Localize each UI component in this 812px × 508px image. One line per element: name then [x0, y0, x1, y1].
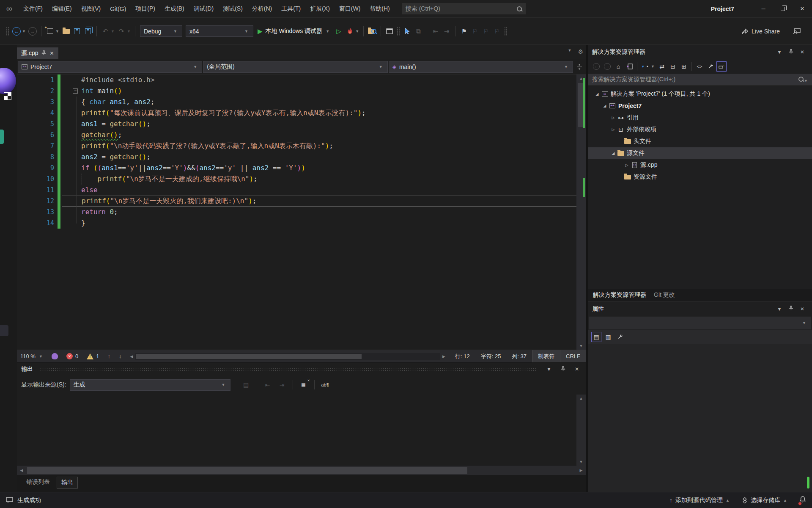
show-all-files-icon[interactable]: ⊞ — [679, 61, 689, 72]
menu-edit[interactable]: 编辑(E) — [47, 0, 77, 17]
properties-wrench-icon[interactable] — [615, 332, 625, 342]
save-button[interactable] — [72, 26, 82, 37]
scroll-right-icon[interactable]: ▶ — [440, 354, 448, 359]
toggle-bookmark-button[interactable]: ⚑ — [459, 26, 469, 37]
tree-item-header-files[interactable]: 头文件 — [588, 135, 812, 147]
menu-view[interactable]: 视图(V) — [77, 0, 106, 17]
redo-dropdown[interactable]: ▼ — [127, 29, 132, 33]
start-debugging-dropdown[interactable]: ▼ — [326, 29, 331, 33]
tree-item-project[interactable]: ◢ ++ Project7 — [588, 100, 812, 112]
close-button[interactable]: ✕ — [793, 0, 812, 17]
pin-icon[interactable] — [785, 306, 797, 312]
tab-output[interactable]: 输出 — [57, 477, 78, 489]
new-project-dropdown[interactable]: ▼ — [55, 29, 60, 33]
change-tracking-margin[interactable]: − — [54, 86, 81, 97]
chevron-collapsed-icon[interactable]: ▷ — [610, 116, 617, 120]
solution-platform-select[interactable]: x64▼ — [186, 25, 253, 37]
menu-project[interactable]: 项目(P) — [131, 0, 160, 17]
scope-dropdown[interactable]: (全局范围)▼ — [203, 61, 387, 73]
menu-extensions[interactable]: 扩展(X) — [305, 0, 335, 17]
tab-solution-explorer[interactable]: 解决方案资源管理器 — [593, 291, 646, 299]
tab-error-list[interactable]: 错误列表 — [22, 477, 54, 488]
solution-configuration-select[interactable]: Debug▼ — [140, 25, 182, 37]
output-window-position-dropdown[interactable]: ▼ — [544, 366, 554, 372]
copy-structure-button[interactable]: ⧉ — [413, 26, 423, 37]
code-text[interactable]: printf("\n动手敲代码实践了没?(输入y或Y表示敲了,输入n或N表示木有… — [81, 141, 586, 152]
change-tracking-margin[interactable] — [54, 218, 81, 229]
properties-wrench-icon[interactable] — [705, 61, 716, 72]
notifications-button[interactable] — [799, 496, 806, 505]
hscroll-thumb[interactable] — [27, 467, 467, 474]
line-number[interactable]: 2 — [17, 86, 54, 97]
line-number[interactable]: 5 — [17, 119, 54, 130]
new-project-button[interactable] — [45, 26, 55, 37]
fold-collapse-icon[interactable]: − — [73, 88, 78, 94]
line-number[interactable]: 4 — [17, 108, 54, 119]
code-line[interactable]: 12printf("\n罗马不是一天毁灭的,我们来建设吧:)\n"); — [17, 196, 586, 207]
categorized-view-icon[interactable]: ▤ — [591, 332, 601, 342]
navigate-back-dropdown[interactable]: ▼ — [22, 29, 27, 33]
close-icon[interactable]: ✕ — [572, 366, 582, 372]
select-repository-button[interactable]: 选择存储库 ▲ — [742, 497, 788, 504]
scroll-up-icon[interactable]: ▲ — [576, 395, 586, 402]
editor-horizontal-scrollbar[interactable]: ◀ ▶ — [127, 350, 448, 362]
redo-button[interactable]: ↷ — [116, 26, 126, 37]
tab-source-cpp[interactable]: 源.cpp ✕ — [17, 47, 58, 59]
change-tracking-margin[interactable] — [54, 97, 81, 108]
change-tracking-margin[interactable] — [54, 119, 81, 130]
code-line[interactable]: 3{ char ans1, ans2; — [17, 97, 586, 108]
find-message-icon[interactable]: ▤ — [241, 380, 252, 390]
code-line[interactable]: 11else — [17, 185, 586, 196]
code-line[interactable]: 1#include <stdio.h> — [17, 75, 586, 86]
code-text[interactable]: } — [81, 218, 586, 229]
menu-file[interactable]: 文件(F) — [19, 0, 47, 17]
code-text[interactable]: getchar(); — [81, 130, 586, 141]
preview-selected-items-icon[interactable] — [716, 61, 727, 72]
tree-item-resource-files[interactable]: 资源文件 — [588, 171, 812, 183]
side-overlay-chip-2[interactable] — [0, 325, 8, 336]
change-tracking-margin[interactable] — [54, 141, 81, 152]
collapse-all-icon[interactable]: ⊟ — [668, 61, 678, 72]
output-header[interactable]: 输出 ▼ ✕ — [17, 363, 586, 375]
navigate-back-button[interactable]: ← — [11, 26, 22, 37]
output-vertical-scrollbar[interactable]: ▲ ▼ — [576, 395, 586, 466]
change-tracking-margin[interactable] — [54, 75, 81, 86]
start-without-debugging-button[interactable]: ▷ — [334, 26, 344, 37]
pin-icon[interactable] — [785, 49, 797, 55]
scroll-left-icon[interactable]: ◀ — [17, 468, 26, 472]
code-line[interactable]: 9if ((ans1=='y'||ans2=='Y')&&(ans2=='y' … — [17, 163, 586, 174]
change-tracking-margin[interactable] — [54, 163, 81, 174]
menu-analyze[interactable]: 分析(N) — [247, 0, 277, 17]
code-text[interactable]: printf("每次课前认真预习、课后及时复习了没?(输入y或Y表示有,输入n或… — [81, 108, 586, 119]
view-code-icon[interactable]: <> — [694, 61, 705, 72]
solution-explorer-header[interactable]: 解决方案资源管理器 ▼ ✕ — [588, 45, 812, 59]
filter-dropdown[interactable]: ▼ — [651, 64, 656, 69]
menu-test[interactable]: 测试(S) — [218, 0, 247, 17]
find-in-files-button[interactable] — [367, 26, 377, 37]
line-number[interactable]: 3 — [17, 97, 54, 108]
change-tracking-margin[interactable] — [54, 185, 81, 196]
decrease-indent-button[interactable]: ⇤ — [431, 26, 441, 37]
preview-window-button[interactable] — [384, 26, 395, 37]
line-number[interactable]: 13 — [17, 207, 54, 218]
tab-list-dropdown[interactable]: ▼ — [568, 48, 573, 55]
change-tracking-margin[interactable] — [54, 207, 81, 218]
document-health-icon[interactable] — [52, 353, 58, 359]
code-text[interactable]: printf("\n罗马不是一天建成的,继续保持哦\n"); — [81, 174, 586, 185]
code-line[interactable]: 13return 0; — [17, 207, 586, 218]
increase-indent-button[interactable]: ⇥ — [442, 26, 452, 37]
toggle-word-wrap-icon[interactable]: ab¶ — [320, 380, 331, 390]
line-number[interactable]: 11 — [17, 185, 54, 196]
output-horizontal-scrollbar[interactable]: ◀ ▶ — [17, 466, 586, 475]
code-text[interactable]: else — [81, 185, 586, 196]
code-text[interactable]: { char ans1, ans2; — [81, 97, 586, 108]
toolbar-grip[interactable] — [504, 27, 508, 36]
editor-options-gear-icon[interactable]: ⚙ — [578, 48, 583, 55]
code-line[interactable]: 7printf("\n动手敲代码实践了没?(输入y或Y表示敲了,输入n或N表示木… — [17, 141, 586, 152]
menu-build[interactable]: 生成(B) — [160, 0, 189, 17]
goto-next-message-icon[interactable]: ⇥ — [277, 380, 288, 390]
error-count[interactable]: ✕ 0 — [62, 353, 82, 359]
grid-overlay-icon[interactable] — [4, 92, 11, 100]
close-tab-icon[interactable]: ✕ — [49, 50, 54, 56]
floating-assistant-orb[interactable] — [0, 68, 16, 94]
